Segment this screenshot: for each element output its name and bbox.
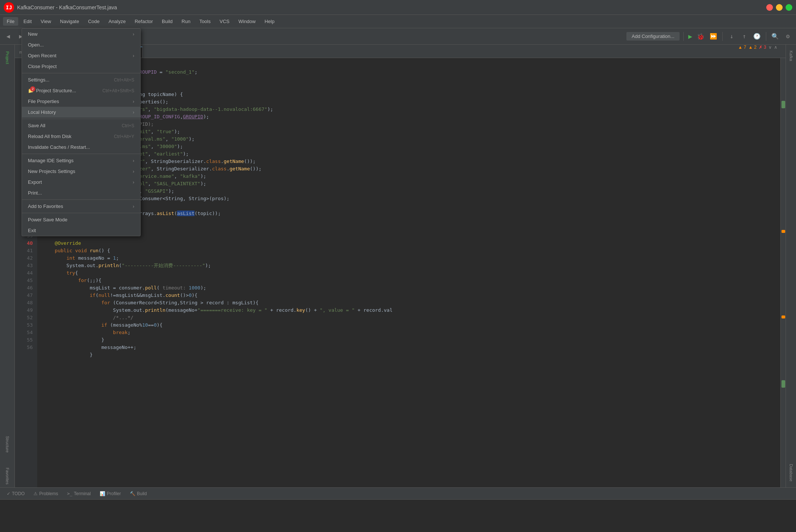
submenu-arrow-ide: › — [133, 158, 134, 163]
menu-item-power-save[interactable]: Power Save Mode — [22, 214, 140, 225]
separator-4 — [22, 199, 140, 200]
menu-item-local-history[interactable]: Local History › — [22, 107, 140, 118]
file-dropdown-menu: New › Open... Open Recent › Close Projec… — [22, 28, 141, 236]
menu-item-manage-ide[interactable]: Manage IDE Settings › — [22, 155, 140, 166]
editor-scrollbar[interactable] — [780, 58, 786, 487]
submenu-arrow-recent: › — [133, 53, 134, 58]
toolbar-sep-4 — [766, 32, 766, 41]
right-sidebar: Kafka Database — [786, 45, 796, 487]
collapse-icon[interactable]: ∧ — [774, 45, 777, 50]
menu-window[interactable]: Window — [235, 17, 259, 26]
search-everywhere-button[interactable]: 🔍 — [770, 31, 780, 42]
menu-item-reload-from-disk[interactable]: Reload All from Disk Ctrl+Alt+Y — [22, 131, 140, 142]
menu-item-open-recent[interactable]: Open Recent › — [22, 50, 140, 61]
submenu-arrow-file-props: › — [133, 99, 134, 104]
bottom-tab-profiler[interactable]: 📊 Profiler — [96, 490, 125, 498]
menu-navigate[interactable]: Navigate — [56, 17, 83, 26]
menu-edit[interactable]: Edit — [20, 17, 35, 26]
bottom-tab-build[interactable]: 🔨 Build — [126, 490, 151, 498]
profiler-icon: 📊 — [100, 491, 105, 496]
bottom-tab-todo[interactable]: ✓ TODO — [3, 490, 28, 498]
menu-item-exit[interactable]: Exit — [22, 225, 140, 236]
terminal-icon: >_ — [67, 491, 72, 496]
vcs-history-button[interactable]: 🕐 — [752, 31, 762, 42]
menu-item-add-to-favorites[interactable]: Add to Favorites › — [22, 201, 140, 212]
more-run-options[interactable]: ⏩ — [708, 31, 719, 42]
run-button[interactable]: ▶ — [688, 32, 692, 40]
menu-item-project-structure[interactable]: 📁 2 Project Structure... Ctrl+Alt+Shift+… — [22, 85, 140, 96]
close-button[interactable] — [786, 4, 792, 11]
error-count: ✗ 3 — [759, 45, 766, 50]
bottom-tab-problems[interactable]: ⚠ Problems — [30, 490, 62, 498]
menu-analyze[interactable]: Analyze — [105, 17, 129, 26]
bottom-tabs: ✓ TODO ⚠ Problems >_ Terminal 📊 Profiler… — [0, 488, 796, 500]
sidebar-item-structure[interactable]: Structure — [2, 433, 13, 456]
menu-item-save-all[interactable]: Save All Ctrl+S — [22, 120, 140, 131]
todo-icon: ✓ — [7, 491, 10, 496]
app-logo: IJ — [4, 2, 14, 13]
menu-view[interactable]: View — [37, 17, 55, 26]
project-badge: 2 — [30, 86, 35, 92]
menu-item-file-properties[interactable]: File Properties › — [22, 96, 140, 107]
menu-item-print[interactable]: Print... — [22, 188, 140, 198]
warnings-bar: ▲ 7 ▲ 2 ✗ 3 ∨ ∧ — [738, 45, 777, 50]
menu-vcs[interactable]: VCS — [216, 17, 233, 26]
menu-code[interactable]: Code — [84, 17, 103, 26]
toolbar-sep-3 — [722, 32, 723, 41]
warning-indicator-2 — [781, 380, 785, 388]
problems-label: Problems — [39, 491, 58, 496]
code-content[interactable]: private static final String GROUPID = "s… — [37, 58, 786, 487]
warning-indicator-1 — [781, 101, 785, 108]
submenu-arrow-new-projects: › — [133, 169, 134, 174]
toolbar-sep-2 — [683, 32, 684, 41]
menu-item-new-projects-settings[interactable]: New Projects Settings › — [22, 166, 140, 177]
submenu-arrow-local-history: › — [133, 109, 134, 115]
titlebar-left: IJ KafkaConsumer - KafkaConsumerTest.jav… — [4, 2, 117, 13]
sidebar-item-project[interactable]: Project — [2, 48, 13, 67]
separator-5 — [22, 213, 140, 213]
menu-help[interactable]: Help — [261, 17, 278, 26]
menu-item-new[interactable]: New › — [22, 29, 140, 39]
build-label: Build — [137, 491, 147, 496]
debug-button[interactable]: 🐞 — [697, 33, 704, 40]
menu-item-close-project[interactable]: Close Project — [22, 61, 140, 72]
add-configuration-button[interactable]: Add Configuration... — [626, 32, 680, 41]
menu-tools[interactable]: Tools — [196, 17, 214, 26]
back-button[interactable]: ◀ — [3, 31, 13, 42]
bottom-content-area — [0, 500, 796, 506]
window-controls[interactable] — [766, 4, 792, 11]
menu-item-settings[interactable]: Settings... Ctrl+Alt+S — [22, 74, 140, 85]
warning-count-2: ▲ 2 — [748, 45, 757, 50]
maximize-button[interactable] — [776, 4, 783, 11]
file-dropdown-overlay: New › Open... Open Recent › Close Projec… — [22, 28, 141, 236]
menu-file[interactable]: File — [3, 17, 18, 26]
menu-item-open[interactable]: Open... — [22, 39, 140, 50]
separator-1 — [22, 73, 140, 73]
titlebar: IJ KafkaConsumer - KafkaConsumerTest.jav… — [0, 0, 796, 15]
menu-item-export[interactable]: Export › — [22, 177, 140, 188]
menu-refactor[interactable]: Refactor — [131, 17, 157, 26]
minimize-button[interactable] — [766, 4, 773, 11]
right-tab-kafka[interactable]: Kafka — [787, 48, 795, 64]
profiler-label: Profiler — [107, 491, 121, 496]
submenu-arrow-export: › — [133, 179, 134, 185]
vcs-push-button[interactable]: ↑ — [739, 31, 750, 42]
menubar: File Edit View Navigate Code Analyze Ref… — [0, 15, 796, 28]
menu-run[interactable]: Run — [178, 17, 194, 26]
main-area: Project Structure Favorites New › Open..… — [0, 45, 796, 487]
settings-button[interactable]: ⚙ — [783, 31, 793, 42]
menu-item-invalidate-caches[interactable]: Invalidate Caches / Restart... — [22, 142, 140, 153]
expand-icon[interactable]: ∨ — [768, 45, 772, 50]
left-sidebar: Project Structure Favorites — [0, 45, 15, 487]
bottom-tab-terminal[interactable]: >_ Terminal — [63, 490, 94, 498]
submenu-arrow-new: › — [133, 31, 134, 37]
terminal-label: Terminal — [74, 491, 91, 496]
menu-build[interactable]: Build — [158, 17, 176, 26]
right-tab-database[interactable]: Database — [787, 461, 795, 484]
sidebar-item-favorites[interactable]: Favorites — [2, 465, 13, 487]
todo-label: TODO — [12, 491, 25, 496]
vcs-update-button[interactable]: ↓ — [726, 31, 737, 42]
build-icon: 🔨 — [130, 491, 135, 496]
separator-3 — [22, 154, 140, 154]
separator-2 — [22, 119, 140, 119]
